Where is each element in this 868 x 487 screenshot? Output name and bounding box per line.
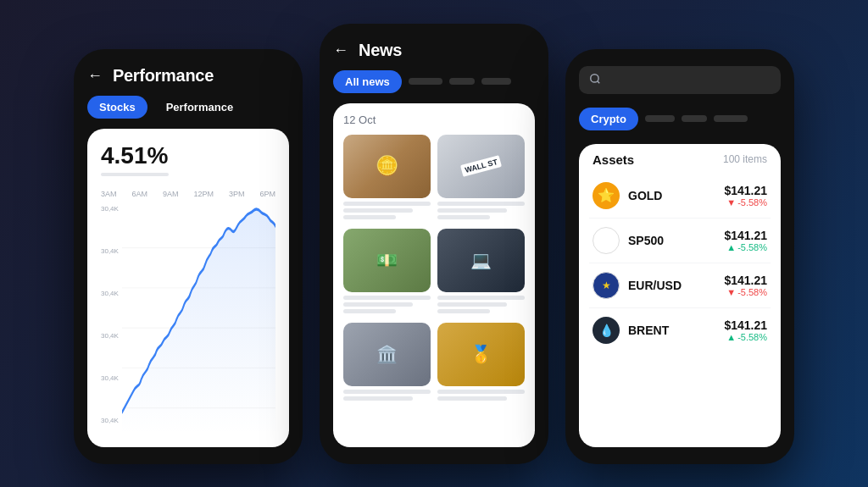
brent-price: $141.21 [724, 318, 767, 332]
search-icon [589, 73, 601, 87]
app-container: ← Performance Stocks Performance 4.51% 3… [57, 7, 811, 481]
assets-header: Assets 100 items [589, 144, 771, 174]
wall-street-sign-icon: WALL ST [460, 155, 502, 177]
performance-tab[interactable]: Performance [154, 96, 245, 119]
eurusd-down-arrow-icon: ▼ [726, 287, 736, 297]
news-date: 12 Oct [343, 113, 525, 126]
crypto-tab-pill-3 [714, 115, 748, 122]
x-label-3pm: 3PM [229, 190, 245, 198]
x-label-6pm: 6PM [259, 190, 275, 198]
sp500-asset-name: SP500 [628, 234, 715, 247]
sp500-price-block: $141.21 ▲ -5.58% [724, 229, 767, 252]
news-tab-pill-3 [481, 78, 511, 85]
news-text-6 [437, 390, 525, 401]
crypto-tab-pill-1 [645, 115, 675, 122]
gold-asset-icon: ⭐ [593, 182, 620, 209]
svg-line-6 [598, 80, 600, 83]
performance-card: 4.51% 3AM 6AM 9AM 12PM 3PM 6PM 30,4K 30,… [87, 129, 289, 447]
gold-price: $141.21 [724, 184, 767, 197]
performance-tabs-row: Stocks Performance [87, 96, 289, 119]
phone-news: ← News All news 12 Oct 🪙 [320, 24, 548, 464]
eurusd-price-block: $141.21 ▼ -5.58% [724, 274, 767, 297]
sp500-up-arrow-icon: ▲ [726, 242, 736, 252]
assets-title: Assets [593, 152, 634, 167]
performance-title: Performance [113, 66, 214, 86]
news-item-wallst[interactable]: WALL ST [437, 135, 525, 222]
y-label-1: 30,4K [101, 205, 119, 213]
crypto-tab[interactable]: Crypto [579, 108, 638, 130]
eurusd-asset-name: EUR/USD [628, 279, 715, 292]
brent-price-block: $141.21 ▲ -5.58% [724, 318, 767, 342]
y-label-6: 30,4K [101, 417, 119, 424]
y-label-3: 30,4K [101, 290, 119, 297]
news-item-building[interactable]: 🏛️ [343, 323, 431, 403]
news-grid-row2: 💵 💻 [343, 229, 525, 316]
asset-row-eurusd[interactable]: ★ EUR/USD $141.21 ▼ -5.58% [589, 263, 771, 308]
news-text-3 [343, 296, 431, 313]
chart-wrapper: 30,4K 30,4K 30,4K 30,4K 30,4K 30,4K [101, 205, 275, 434]
eurusd-change: ▼ -5.58% [724, 287, 767, 297]
back-arrow-left[interactable]: ← [87, 67, 103, 85]
news-item-crypto[interactable]: 🪙 [343, 135, 431, 222]
brent-up-arrow-icon: ▲ [726, 332, 736, 342]
laptop-trading-icon: 💻 [470, 250, 492, 270]
brent-change: ▲ -5.58% [724, 332, 767, 342]
search-bar[interactable] [579, 66, 781, 94]
performance-chart [122, 205, 275, 434]
svg-point-5 [591, 74, 598, 81]
news-grid-row1: 🪙 WALL ST [343, 135, 525, 222]
y-label-4: 30,4K [101, 332, 119, 340]
gold-change: ▼ -5.58% [724, 197, 767, 208]
building-icon: 🏛️ [376, 344, 398, 364]
back-arrow-center[interactable]: ← [333, 42, 348, 59]
x-label-6am: 6AM [131, 190, 147, 198]
eurusd-price: $141.21 [724, 274, 767, 287]
news-item-gold[interactable]: 🥇 [437, 323, 525, 403]
gold-price-block: $141.21 ▼ -5.58% [724, 184, 767, 208]
news-title: News [359, 41, 402, 60]
sp500-asset-icon [593, 227, 620, 254]
news-text-2 [437, 202, 525, 219]
crypto-tab-pill-2 [682, 115, 707, 122]
assets-count: 100 items [723, 153, 767, 165]
chart-x-labels: 3AM 6AM 9AM 12PM 3PM 6PM [101, 190, 275, 198]
perf-value: 4.51% [101, 142, 275, 169]
asset-row-gold[interactable]: ⭐ GOLD $141.21 ▼ -5.58% [589, 174, 771, 219]
news-grid-row3: 🏛️ 🥇 [343, 323, 525, 403]
y-label-5: 30,4K [101, 374, 119, 382]
x-label-9am: 9AM [163, 190, 179, 198]
perf-bar [101, 173, 169, 176]
gold-asset-name: GOLD [628, 189, 715, 202]
news-card: 12 Oct 🪙 [333, 103, 535, 447]
x-label-12pm: 12PM [193, 190, 214, 198]
news-tab-pill-1 [409, 78, 442, 85]
assets-card: Assets 100 items ⭐ GOLD $141.21 ▼ -5.58% [579, 144, 781, 447]
news-item-laptop[interactable]: 💻 [437, 229, 525, 316]
sp500-change: ▲ -5.58% [724, 242, 767, 252]
brent-asset-name: BRENT [628, 324, 715, 337]
y-label-2: 30,4K [101, 247, 119, 255]
news-text-1 [343, 202, 431, 219]
chart-y-labels: 30,4K 30,4K 30,4K 30,4K 30,4K 30,4K [101, 205, 119, 434]
sp500-price: $141.21 [724, 229, 767, 242]
eurusd-asset-icon: ★ [593, 272, 620, 299]
cash-icon: 💵 [376, 250, 398, 270]
all-news-tab[interactable]: All news [333, 70, 402, 93]
asset-row-brent[interactable]: 💧 BRENT $141.21 ▲ -5.58% [589, 308, 771, 352]
news-tabs-row: All news [333, 70, 535, 93]
phone-performance: ← Performance Stocks Performance 4.51% 3… [74, 49, 303, 464]
crypto-tabs-row: Crypto [579, 108, 781, 130]
news-text-4 [437, 296, 525, 313]
asset-row-sp500[interactable]: SP500 $141.21 ▲ -5.58% [589, 219, 771, 263]
stocks-tab[interactable]: Stocks [87, 96, 147, 119]
news-tab-pill-2 [449, 78, 475, 85]
brent-asset-icon: 💧 [593, 317, 620, 344]
news-text-5 [343, 390, 431, 401]
gold-bar-icon: 🥇 [470, 344, 492, 364]
gold-down-arrow-icon: ▼ [726, 197, 736, 208]
crypto-coins-icon: 🪙 [376, 155, 398, 177]
phone-crypto: Crypto Assets 100 items ⭐ GOLD [565, 49, 794, 464]
x-label-3am: 3AM [101, 190, 117, 198]
news-item-cash[interactable]: 💵 [343, 229, 431, 316]
